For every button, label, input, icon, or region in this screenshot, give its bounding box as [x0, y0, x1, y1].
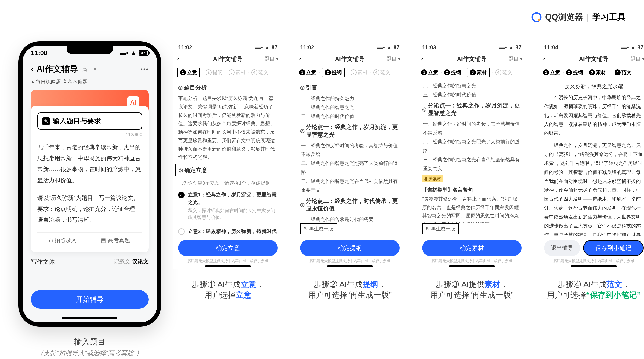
tab-sucai[interactable]: 3素材: [228, 69, 246, 76]
more-icon[interactable]: •••: [141, 65, 149, 73]
section-point1: 分论点一：经典之作，岁月沉淀，更显智慧之光: [300, 123, 400, 138]
home-indicator[interactable]: [62, 317, 118, 319]
page-title: AI作文辅导: [36, 63, 78, 75]
style-row[interactable]: 写作文体 记叙文议论文: [31, 258, 149, 266]
ai-disclaimer: 腾讯混元大模型提供支持｜内容由AI生成仅供参考: [294, 258, 405, 265]
screen-step2: 11:02▬▪ ▲ 87 ‹AI作文辅导题目 ▾ 1立意› 2提纲› 3素材› …: [294, 41, 405, 269]
ai-disclaimer: 腾讯混元大模型提供支持｜内容由AI生成仅供参考: [172, 258, 283, 265]
tab-liyi[interactable]: 1立意: [421, 69, 438, 76]
step-tabs: 1立意› 2提纲› 3素材› 4范文: [416, 66, 527, 81]
regenerate-button[interactable]: 再生成一版: [300, 223, 337, 234]
caption: 用户可选择“保存到小笔记”: [538, 290, 644, 300]
topic-dropdown[interactable]: 题目 ▾: [264, 55, 278, 62]
option-2[interactable]: 立意2：民族精神，历久弥新，铸就时代之魂。释义：阐述中华民族伟大精神如何历经岁月…: [178, 224, 278, 236]
input-placeholder: 输入题目与要求: [53, 116, 101, 126]
page-title: AI作文辅导: [335, 55, 365, 63]
section-analysis: 题目分析: [178, 84, 278, 91]
tab-sucai[interactable]: 3素材: [589, 69, 606, 76]
exit-button[interactable]: 退出辅导: [544, 240, 580, 256]
tab-tigang[interactable]: 2提纲: [322, 68, 344, 77]
topic-dropdown[interactable]: 题目 ▾: [386, 55, 400, 62]
essay-para: 在漫长的历史长河中，中华民族的经典之作犹如一颗颗璀璨的明珠，历经千年的沧桑洗礼，…: [544, 93, 644, 138]
tab-tigang[interactable]: 2提纲: [444, 69, 461, 76]
status-icons: ▬▪ ▲ 87: [378, 44, 400, 51]
tab-liyi[interactable]: 1立意: [177, 68, 200, 77]
grade-dropdown[interactable]: 高一 ▾: [82, 66, 96, 73]
screen-step3: 11:03▬▪ ▲ 87 ‹AI作文辅导题目 ▾ 1立意› 2提纲› 3素材› …: [416, 41, 527, 269]
home-indicator[interactable]: [205, 265, 251, 267]
qq-logo-icon: [532, 12, 542, 22]
tab-sucai[interactable]: 3素材: [467, 68, 490, 77]
start-button[interactable]: 开始辅导: [31, 290, 149, 309]
step-tabs: 1立意› 2提纲› 3素材› 4范文: [538, 66, 644, 81]
tab-tigang[interactable]: 2提纲: [566, 69, 583, 76]
notch: [67, 45, 113, 54]
caption: 步骤③ AI提供素材，: [416, 279, 527, 290]
tab-fanwen[interactable]: 4范文: [373, 69, 390, 76]
brand-bar: QQ浏览器 | 学习工具: [532, 11, 626, 23]
caption: 步骤① AI生成立意，: [172, 279, 283, 290]
regenerate-button[interactable]: 再生成一版: [422, 223, 459, 234]
topic-dropdown[interactable]: 题目 ▾: [630, 55, 644, 62]
home-indicator[interactable]: [571, 265, 617, 267]
page-title: AI作文辅导: [457, 55, 487, 63]
exam-question-button[interactable]: ▤高考真题: [101, 237, 130, 244]
wifi-icon: ▲: [130, 49, 137, 56]
step-tabs: 1立意› 2提纲› 3素材› 4范文: [172, 66, 283, 81]
caption: 用户可选择“再生成一版”: [294, 290, 405, 300]
tab-liyi[interactable]: 1立意: [299, 69, 316, 76]
status-time: 11:00: [31, 49, 48, 56]
doc-icon: ▤: [101, 237, 106, 244]
material-1: “路漫漫其修远兮，吾将上下而求索。”这是屈原的名言，也是经典之作历经千年而愈发闪…: [422, 195, 522, 223]
back-icon[interactable]: ‹: [299, 55, 301, 62]
caption-sub: （支持“拍照导入”或选择“高考真题”）: [18, 349, 161, 358]
option-1[interactable]: ✓立意1：经典之作，岁月沉淀，更显智慧之光。释义：探讨经典如何在时间的长河中愈发…: [178, 187, 278, 224]
page-title: AI作文辅导: [579, 55, 609, 63]
back-icon[interactable]: ‹: [421, 55, 423, 62]
prompt-card: ✎ 输入题目与要求 112/600 几千年来，古老的经典常读常新，杰出的思想常用…: [31, 106, 149, 252]
ai-disclaimer: 腾讯混元大模型提供支持｜内容由AI生成仅供参考: [538, 258, 644, 265]
back-icon[interactable]: ‹: [177, 55, 179, 62]
home-indicator[interactable]: [449, 265, 495, 267]
tab-tigang[interactable]: 2提纲: [206, 69, 222, 76]
caption: 用户选择立意: [172, 290, 283, 300]
back-icon[interactable]: ‹: [31, 64, 34, 74]
battery-icon: 87: [138, 50, 149, 56]
material-tag: 相关素材: [422, 175, 443, 182]
char-count: 112/600: [37, 132, 142, 137]
status-time: 11:02: [300, 44, 314, 51]
back-icon[interactable]: ‹: [543, 55, 545, 62]
status-time: 11:04: [544, 44, 558, 51]
prompt-text-1: 几千年来，古老的经典常读常新，杰出的思想常用常新，中华民族的伟大精神亘古常新………: [37, 142, 142, 186]
confirm-tigang-button[interactable]: 确定提纲: [300, 240, 400, 256]
status-icons: ▬▪ ▲ 87: [256, 44, 278, 51]
tab-fanwen[interactable]: 4范文: [612, 68, 634, 77]
signal-icon: ▬▪: [120, 49, 128, 56]
confirm-sucai-button[interactable]: 确定素材: [422, 240, 522, 256]
caption: 步骤④ AI生成范文，: [538, 279, 644, 290]
style-label: 写作文体: [31, 258, 55, 266]
screen-step1: 11:02▬▪ ▲ 87 ‹AI作文辅导题目 ▾ 1立意› 2提纲› 3素材› …: [172, 41, 283, 269]
status-icons: ▬▪ ▲ 87: [500, 44, 522, 51]
page-title: AI作文辅导: [213, 55, 243, 63]
home-indicator[interactable]: [327, 265, 373, 267]
tab-fanwen[interactable]: 4范文: [251, 69, 268, 76]
svg-point-1: [538, 18, 540, 21]
daily-tip[interactable]: 每日练两题 高考不偏题: [22, 77, 157, 87]
tool-name: 学习工具: [592, 11, 626, 23]
tab-liyi[interactable]: 1立意: [543, 69, 560, 76]
essay-title: 历久弥新，经典之光永耀: [544, 83, 644, 90]
caption: 用户可选择“再生成一版”: [416, 290, 527, 300]
topic-dropdown[interactable]: 题目 ▾: [508, 55, 522, 62]
prompt-text-2: 请以“历久弥新”为题目，写一篇议论文。要求：论点明确，论据充分，论证合理；语言流…: [37, 193, 142, 225]
essay-para: 经典之作，岁月沉淀，更显智慧之光。屈原的《离骚》，“路漫漫其修远兮，吾将上下而求…: [544, 141, 644, 236]
tab-sucai[interactable]: 3素材: [350, 69, 368, 76]
prompt-input[interactable]: ✎ 输入题目与要求: [37, 112, 142, 130]
save-to-notes-button[interactable]: 保存到小笔记: [583, 240, 644, 256]
step-tabs: 1立意› 2提纲› 3素材› 4范文: [294, 66, 405, 81]
confirm-liyi-button[interactable]: 确定立意: [178, 240, 278, 256]
section-point2: 分论点二：经典之作，时代传承，更显永恒价值: [300, 197, 400, 212]
photo-import-button[interactable]: ⎙拍照录入: [50, 237, 77, 244]
phone-frame: 11:00 ▬▪ ▲ 87 ‹ AI作文辅导 高一 ▾ ••• 每日练两题 高考…: [18, 41, 161, 327]
tab-fanwen[interactable]: 4范文: [495, 69, 512, 76]
